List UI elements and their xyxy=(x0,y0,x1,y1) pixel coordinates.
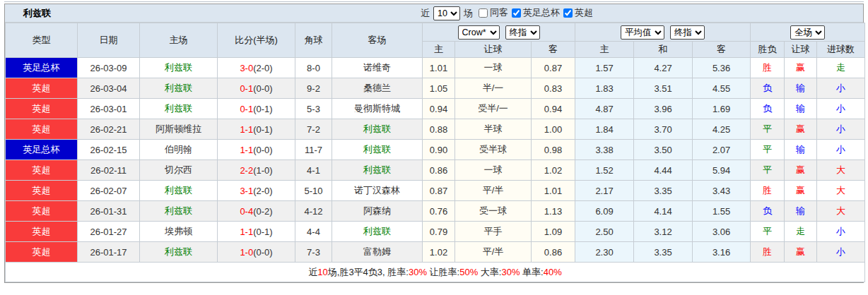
result-cell: 平 xyxy=(751,119,785,140)
filter-epl-label: 英超 xyxy=(575,6,593,19)
filter-same-guest-checkbox[interactable] xyxy=(479,8,488,18)
col-header-goals: 进球数 xyxy=(817,42,865,58)
avg-home-cell: 1.84 xyxy=(575,119,634,140)
average-select[interactable]: 平均值 xyxy=(621,25,664,40)
summary-segment: 大率: xyxy=(478,267,501,277)
europe-stage-select[interactable]: 终指 xyxy=(670,25,705,40)
match-row: 英超26-03-04利兹联0-1(0-0)9-2桑德兰1.05半/一0.831.… xyxy=(6,78,865,99)
handicap-odds-group: Crow* 终指 xyxy=(423,23,575,42)
filter-fa-cup-label: 英足总杯 xyxy=(523,6,560,19)
home-team-cell: 埃弗顿 xyxy=(140,222,218,242)
match-row: 英足总杯26-02-15伯明翰1-1(0-0)11-7利兹联0.90受半球0.9… xyxy=(6,140,865,160)
avg-draw-cell: 3.12 xyxy=(634,222,693,242)
odds-away-cell: 0.94 xyxy=(532,99,575,119)
date-cell: 26-03-04 xyxy=(78,78,140,99)
col-header-corners: 角球 xyxy=(295,23,332,58)
score-cell: 2-2(1-0) xyxy=(218,160,295,181)
league-badge: 英超 xyxy=(6,201,78,222)
avg-draw-cell: 4.44 xyxy=(634,160,693,181)
summary-text: 近10场,胜3平4负3, 胜率:30% 让胜率:50% 大率:30% 单率:40… xyxy=(308,267,561,277)
avg-home-cell: 1.83 xyxy=(575,78,634,99)
filter-same-guest-label: 同客 xyxy=(490,6,508,19)
league-badge: 英超 xyxy=(6,99,78,119)
summary-segment: 场,胜3平4负3, 胜率: xyxy=(328,267,409,277)
avg-draw-cell: 4.14 xyxy=(634,201,693,222)
avg-away-cell: 1.69 xyxy=(693,99,751,119)
col-header-avg-away: 客 xyxy=(693,42,751,58)
avg-home-cell: 2.30 xyxy=(575,242,634,263)
result-cell: 负 xyxy=(751,201,785,222)
odds-home-cell: 0.94 xyxy=(423,99,455,119)
result-cell: 平 xyxy=(751,160,785,181)
col-header-score: 比分(半场) xyxy=(218,23,295,58)
bookmaker-select[interactable]: Crow* xyxy=(458,25,500,40)
match-row: 英超26-01-31利兹联0-4(0-2)4-12阿森纳0.76受一球1.136… xyxy=(6,201,865,222)
col-header-odds-home: 主 xyxy=(423,42,455,58)
corners-cell: 5-3 xyxy=(295,99,332,119)
match-history-panel: 利兹联 近 10 场 同客英足总杯英超 类型 日期 xyxy=(4,4,864,283)
odds-home-cell: 0.90 xyxy=(423,140,455,160)
away-team-cell: 利兹联 xyxy=(332,119,423,140)
home-team-cell: 利兹联 xyxy=(140,242,218,263)
summary-segment: 30% xyxy=(409,267,427,277)
score-cell: 1-1(0-1) xyxy=(218,119,295,140)
avg-draw-cell: 3.35 xyxy=(634,181,693,201)
odds-away-cell: 1.01 xyxy=(532,181,575,201)
summary-segment: 50% xyxy=(459,267,478,277)
col-header-avg-home: 主 xyxy=(575,42,634,58)
corners-cell: 7-3 xyxy=(295,242,332,263)
handicap-stage-select[interactable]: 终指 xyxy=(505,25,540,40)
home-team-cell: 切尔西 xyxy=(140,160,218,181)
summary-segment: 近 xyxy=(308,267,317,277)
date-cell: 26-02-21 xyxy=(78,119,140,140)
avg-home-cell: 3.38 xyxy=(575,140,634,160)
away-team-cell: 诺维奇 xyxy=(332,58,423,78)
recent-count-select[interactable]: 10 xyxy=(433,6,460,20)
filter-fa-cup-checkbox[interactable] xyxy=(512,8,521,18)
avg-away-cell: 3.43 xyxy=(693,181,751,201)
filter-controls: 近 10 场 同客英足总杯英超 xyxy=(421,6,593,20)
filter-same-guest[interactable]: 同客 xyxy=(479,6,508,19)
league-badge: 英超 xyxy=(6,222,78,242)
date-cell: 26-02-07 xyxy=(78,181,140,201)
odds-table: 类型 日期 主场 比分(半场) 角球 客场 Crow* 终指 xyxy=(5,23,865,282)
result-cell: 胜 xyxy=(751,242,785,263)
odds-home-cell: 0.88 xyxy=(423,119,455,140)
result-cell: 平 xyxy=(751,140,785,160)
avg-away-cell: 4.25 xyxy=(693,119,751,140)
avg-away-cell: 4.55 xyxy=(693,78,751,99)
odds-handicap-cell: 一球 xyxy=(455,58,532,78)
date-cell: 26-01-17 xyxy=(78,242,140,263)
filter-epl-checkbox[interactable] xyxy=(563,8,573,18)
avg-away-cell: 3.16 xyxy=(693,242,751,263)
handicap-result-cell: 走 xyxy=(785,222,817,242)
avg-draw-cell: 4.27 xyxy=(634,58,693,78)
avg-home-cell: 4.87 xyxy=(575,99,634,119)
goals-result-cell: 大 xyxy=(817,181,865,201)
scope-select[interactable]: 全场 xyxy=(790,25,825,40)
home-team-cell: 伯明翰 xyxy=(140,140,218,160)
match-row: 英超26-02-11切尔西2-2(1-0)4-1利兹联0.86一球1.021.5… xyxy=(6,160,865,181)
filter-fa-cup[interactable]: 英足总杯 xyxy=(512,6,560,19)
odds-away-cell: 1.02 xyxy=(532,160,575,181)
away-team-cell: 利兹联 xyxy=(332,222,423,242)
odds-home-cell: 0.79 xyxy=(423,222,455,242)
away-team-cell: 利兹联 xyxy=(332,140,423,160)
odds-handicap-cell: 受一球 xyxy=(455,201,532,222)
odds-away-cell: 1.13 xyxy=(532,201,575,222)
league-badge: 英足总杯 xyxy=(6,140,78,160)
odds-home-cell: 0.87 xyxy=(423,181,455,201)
odds-home-cell: 1.02 xyxy=(423,242,455,263)
score-cell: 3-0(2-0) xyxy=(218,58,295,78)
away-team-cell: 利兹联 xyxy=(332,160,423,181)
goals-result-cell: 小 xyxy=(817,222,865,242)
handicap-result-cell: 输 xyxy=(785,78,817,99)
summary-segment: 单率: xyxy=(520,267,543,277)
result-cell: 负 xyxy=(751,78,785,99)
date-cell: 26-01-27 xyxy=(78,222,140,242)
avg-away-cell: 2.07 xyxy=(693,140,751,160)
score-cell: 0-1(0-0) xyxy=(218,78,295,99)
league-badge: 英超 xyxy=(6,242,78,263)
filter-epl[interactable]: 英超 xyxy=(563,6,593,19)
corners-cell: 7-2 xyxy=(295,119,332,140)
